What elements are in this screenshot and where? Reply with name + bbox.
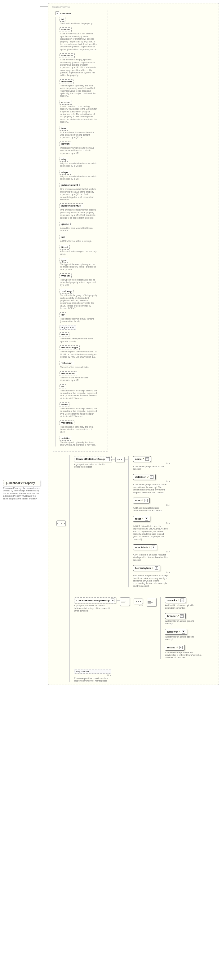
- element[interactable]: definition↗+: [133, 474, 156, 480]
- any-other-annotation: Extension point for provider-defined pro…: [74, 677, 111, 682]
- attr-name: whyuri: [59, 170, 71, 175]
- element[interactable]: hierarchyInfo↗+: [133, 565, 160, 571]
- attribute-item: pubconstraintOne or many constraints tha…: [59, 183, 105, 201]
- cardinality: 0..∞: [133, 504, 170, 506]
- element[interactable]: remoteInfo↗+: [133, 544, 157, 550]
- attribute-item: whyWhy the metadata has been included - …: [59, 157, 105, 167]
- attribute-item: any ##other: [59, 325, 105, 330]
- child-element: definition↗+0..∞A natural language defin…: [133, 474, 170, 494]
- attribute-item: customIf set to true the corresponding p…: [59, 100, 105, 124]
- any-other-label: any ##other: [76, 670, 89, 673]
- attribute-item: valueunitThe unit of the value attribute…: [59, 361, 105, 369]
- element-annotation: Represents the position of a concept in …: [133, 574, 170, 587]
- cardinality: 0..∞: [133, 571, 170, 573]
- group-annotation: A group of properites required to indica…: [74, 605, 111, 612]
- attributes-header[interactable]: − attributes: [56, 11, 105, 15]
- attr-name: typeuri: [59, 274, 72, 278]
- element[interactable]: related↗+: [165, 645, 184, 651]
- group-label: ConceptRelationshipsGroup: [76, 599, 109, 602]
- attr-name: id: [59, 17, 65, 22]
- attr-name: valuedatatype: [59, 345, 80, 350]
- attr-name: pubconstraint: [59, 183, 80, 187]
- sequence-icon: [115, 457, 125, 462]
- link-icon: ↗: [142, 458, 144, 460]
- attr-annotation: The date (and, optionally, the time) whe…: [60, 84, 97, 97]
- cardinality: 0..∞: [133, 480, 170, 482]
- element[interactable]: narrower↗+: [165, 629, 187, 635]
- attribute-item: whyuriWhy the metadata has been included…: [59, 170, 105, 181]
- attr-annotation: The directionality of textual content (e…: [60, 318, 97, 323]
- element[interactable]: sameAs↗+: [165, 597, 186, 603]
- attr-name: qcode: [59, 222, 71, 226]
- expand-icon[interactable]: +: [180, 614, 184, 618]
- any-other: any ##other: [74, 669, 111, 674]
- attr-name: validfrom: [59, 420, 74, 425]
- expand-icon[interactable]: +: [155, 566, 158, 570]
- attr-annotation: A qualified code which identifies a conc…: [60, 227, 97, 232]
- child-element: hierarchyInfo↗+0..∞Represents the positi…: [133, 565, 170, 587]
- sequence-row: ConceptDefinitionGroup − A group of prop…: [53, 455, 216, 682]
- attr-name: creator: [59, 27, 72, 32]
- collapse-icon[interactable]: −: [111, 598, 114, 602]
- attr-annotation: The identifier of a concept defining the…: [60, 407, 97, 418]
- sequence-children: ConceptDefinitionGroup − A group of prop…: [69, 455, 202, 682]
- collapse-icon[interactable]: −: [56, 11, 59, 15]
- child-element: name↗+0..∞A natural language name for th…: [133, 456, 170, 471]
- link-icon: ↗: [179, 630, 180, 633]
- attr-annotation: The date (and, optionally, the time) aft…: [60, 441, 97, 447]
- concept-relationships-group-row: ConceptRelationshipsGroup − A group of p…: [74, 597, 202, 659]
- attribute-item: literalA free-text value assigned as pro…: [59, 245, 105, 255]
- element-annotation: An identifier of a more generic concept.: [165, 620, 202, 625]
- attribute-item: reluriThe identifier of a concept defini…: [59, 402, 105, 418]
- choice-icon: [120, 597, 130, 606]
- attribute-list: idThe local identifier of the property.c…: [56, 17, 105, 447]
- attr-name: valueunituri: [59, 371, 77, 376]
- expand-icon[interactable]: +: [145, 457, 149, 461]
- attr-annotation: A free-text value assigned as property v…: [60, 250, 97, 255]
- expand-icon[interactable]: +: [145, 517, 148, 520]
- link-icon: ↗: [142, 517, 144, 520]
- collapse-icon[interactable]: −: [106, 457, 110, 461]
- attr-annotation: The unit of the value attribute.: [60, 366, 97, 369]
- expand-icon[interactable]: +: [179, 646, 183, 649]
- attribute-item: xml:langSpecifies the language of this p…: [59, 289, 105, 310]
- element[interactable]: facet↗+: [133, 516, 150, 522]
- attr-name: how: [59, 126, 68, 130]
- attr-name: dir: [59, 312, 66, 317]
- attr-name: howuri: [59, 142, 71, 146]
- attr-name: type: [59, 258, 68, 262]
- expand-icon[interactable]: +: [152, 546, 155, 549]
- attribute-item: howIndicates by which means the value wa…: [59, 126, 105, 139]
- element-annotation: In NAR 1.8 and later, facet is deprecate…: [133, 525, 170, 541]
- attribute-item: pubconstrainturiOne or many constraints …: [59, 204, 105, 219]
- attributes-label: attributes: [60, 12, 71, 15]
- type-label: Flex2ExtPropType: [52, 6, 216, 8]
- root-element: publishedExtProperty: [3, 480, 40, 486]
- attr-annotation: Why the metadata has been included - exp…: [60, 175, 97, 181]
- attr-annotation: If the attribute is empty, specifies whi…: [60, 59, 97, 77]
- attr-annotation: One or many constraints that apply to pu…: [60, 209, 97, 219]
- expand-icon[interactable]: +: [144, 499, 148, 502]
- attribute-item: creatoruriIf the attribute is empty, spe…: [59, 53, 105, 77]
- concept-definition-group[interactable]: ConceptDefinitionGroup −: [74, 456, 112, 462]
- expand-icon[interactable]: +: [182, 630, 185, 633]
- crg-children: sameAs↗+An identifier of a concept with …: [160, 597, 202, 659]
- attr-annotation: The type of the concept assigned as cont…: [60, 263, 97, 271]
- child-element: sameAs↗+An identifier of a concept with …: [165, 597, 202, 609]
- expand-icon[interactable]: +: [180, 598, 184, 602]
- element[interactable]: note↗+: [133, 498, 150, 503]
- expand-icon[interactable]: +: [150, 475, 153, 479]
- attr-name: xml:lang: [59, 289, 73, 294]
- attribute-item: howuriIndicates by which means the value…: [59, 142, 105, 154]
- element[interactable]: name↗+: [133, 456, 151, 462]
- element[interactable]: broader↗+: [165, 613, 186, 619]
- concept-relationships-group[interactable]: ConceptRelationshipsGroup −: [74, 597, 116, 603]
- attribute-item: uriA URI which identifies a concept.: [59, 235, 105, 242]
- attribute-item: relThe identifier of a concept defining …: [59, 384, 105, 400]
- attr-annotation: The local identifier of the property.: [60, 22, 97, 25]
- element-annotation: A related concept, where the relationshi…: [165, 651, 202, 659]
- attr-annotation: Specifies the language of this property …: [60, 294, 97, 310]
- attr-name: literal: [59, 245, 70, 250]
- attr-annotation: The related value (see more in the spec …: [60, 337, 97, 343]
- choice-icon: [147, 598, 157, 606]
